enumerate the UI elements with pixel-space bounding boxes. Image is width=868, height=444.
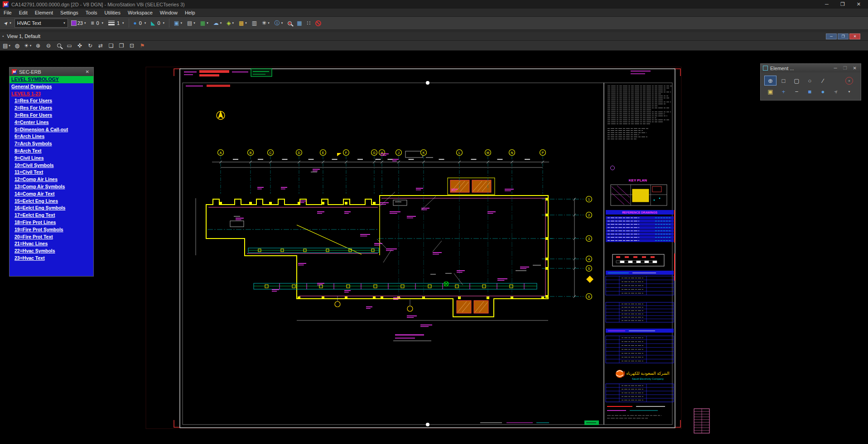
level-row[interactable]: 6=Arch Lines <box>10 133 93 140</box>
view-minimize-button[interactable]: ─ <box>826 33 837 39</box>
menu-item[interactable]: Window <box>156 9 181 16</box>
snaps-button[interactable]: ∷ <box>305 18 313 28</box>
fit-view-icon <box>57 43 61 48</box>
select-shape-icon[interactable]: ▢ <box>791 76 803 86</box>
menu-item[interactable]: Settings <box>57 9 82 16</box>
microstation-icon: M <box>12 69 17 74</box>
cascade-views-button[interactable]: ❐ <box>117 41 126 50</box>
level-row[interactable]: 8=Arch Text <box>10 148 93 155</box>
menu-item[interactable]: Utilities <box>101 9 124 16</box>
element-template-tool[interactable]: ➤▾ <box>2 18 13 28</box>
level-row[interactable]: LEVELS 1-23 <box>10 91 93 98</box>
cells-button[interactable]: ✳▾ <box>260 18 271 28</box>
level-row[interactable]: 3=Res For Users <box>10 112 93 119</box>
level-row[interactable]: 17=Eelct Eng Text <box>10 212 93 219</box>
minimize-icon[interactable]: ─ <box>832 66 839 71</box>
level-row[interactable]: 21=Hvac Lines <box>10 240 93 248</box>
level-row[interactable]: 23=Hvac Text <box>10 255 93 262</box>
view-attributes-button[interactable]: ◍ <box>13 41 22 50</box>
priority-control[interactable]: ◣ 0 ▾ <box>149 18 166 28</box>
select-add-mode-icon[interactable]: + <box>777 86 790 96</box>
minimize-icon[interactable]: ─ <box>825 1 829 7</box>
view-close-button[interactable]: ✕ <box>849 33 860 39</box>
level-row[interactable]: 13=Comp Air Symbols <box>10 183 93 191</box>
accudraw-grid-button[interactable]: ▦ <box>295 18 304 28</box>
level-row[interactable]: 9=Civil Lines <box>10 155 93 162</box>
level-row[interactable]: 16=Eelct Eng Symbols <box>10 205 93 212</box>
transparency-control[interactable]: ● 0 ▾ <box>132 18 148 28</box>
view-window-controls: ─ ❐ ✕ <box>826 33 866 39</box>
level-row[interactable]: 18=Fire Prot Lines <box>10 219 93 226</box>
select-subtract-mode-icon[interactable]: − <box>791 86 803 96</box>
fit-view-button[interactable] <box>54 41 63 50</box>
close-icon[interactable]: ✕ <box>851 66 858 71</box>
select-block-icon[interactable]: □ <box>777 76 790 86</box>
delete-element-button[interactable] <box>313 18 323 28</box>
menu-item[interactable]: Tools <box>82 9 101 16</box>
restore-icon[interactable]: ❐ <box>841 66 849 71</box>
menu-item[interactable]: Edit <box>15 9 31 16</box>
select-new-mode-icon[interactable]: ▣ <box>764 86 776 96</box>
window-area-button[interactable]: ▭ <box>65 41 74 50</box>
render-mode-button[interactable]: ⚑ <box>138 41 147 50</box>
close-icon[interactable]: ✕ <box>857 1 861 7</box>
point-cloud-button[interactable]: ▩▾ <box>237 18 249 28</box>
level-row[interactable]: 1=Res For Users <box>10 97 93 105</box>
select-circle-icon[interactable]: ○ <box>804 76 816 86</box>
zoom-in-button[interactable]: ⊕ <box>34 41 43 50</box>
panel-titlebar[interactable]: M SEC-ERB ✕ <box>10 67 93 76</box>
panel-titlebar[interactable]: Element ... ─ ❐ ✕ <box>761 64 861 72</box>
level-row[interactable]: 10=Civil Symbols <box>10 162 93 169</box>
menu-item[interactable]: Help <box>181 9 199 16</box>
level-row-empty[interactable] <box>10 269 93 277</box>
fence-tools-button[interactable]: ▣▾ <box>172 18 184 28</box>
zoom-out-button[interactable]: ⊖ <box>44 41 53 50</box>
menu-item[interactable]: Element <box>31 9 57 16</box>
active-line-weight-control[interactable]: 1 ▾ <box>106 18 126 28</box>
level-row-empty[interactable] <box>10 262 93 269</box>
references-button[interactable]: ☁▾ <box>212 18 224 28</box>
view-restore-button[interactable]: ❐ <box>838 33 849 39</box>
level-row[interactable]: LEVEL SYMBOLOGY <box>10 76 93 83</box>
level-row[interactable]: 2=Res For Users <box>10 105 93 112</box>
models-button[interactable]: ▥ <box>250 18 259 28</box>
expand-chevron-icon[interactable]: ▾ <box>843 86 855 96</box>
active-color-control[interactable]: 23 ▾ <box>69 18 88 28</box>
level-row[interactable]: General Drawings <box>10 83 93 91</box>
view-display-mode-button[interactable]: ▤▾ <box>2 41 11 50</box>
level-row[interactable]: 20=Fire Prot Text <box>10 234 93 241</box>
menu-item[interactable]: File <box>0 9 15 16</box>
level-row[interactable]: 15=Eelct Eng Lines <box>10 198 93 205</box>
copy-view-button[interactable]: ❏ <box>106 41 116 50</box>
select-sphere-mode-icon[interactable]: ● <box>817 86 829 96</box>
level-row[interactable]: 7=Arch Symbols <box>10 140 93 148</box>
level-row[interactable]: 22=Hvac Symbols <box>10 248 93 255</box>
select-fill-mode-icon[interactable]: ■ <box>804 86 816 96</box>
find-replace-button[interactable] <box>286 18 294 28</box>
level-row[interactable]: 19=Fire Prot Symbols <box>10 226 93 234</box>
sheet-grid-button[interactable]: ▦▾ <box>198 18 210 28</box>
select-individual-icon[interactable]: ⊕ <box>764 76 776 86</box>
clip-volume-button[interactable]: ⊡ <box>127 41 136 50</box>
view-previous-button[interactable]: ⇄ <box>96 41 105 50</box>
maximize-icon[interactable]: ❐ <box>840 1 845 7</box>
raster-manager-button[interactable]: ◈▾ <box>225 18 236 28</box>
level-row[interactable]: 11=Civil Text <box>10 169 93 176</box>
rotate-view-button[interactable]: ↻ <box>86 41 95 50</box>
active-style-combo[interactable]: HVAC Text ▾ <box>14 19 68 28</box>
level-row[interactable]: 4=Center Lines <box>10 119 93 126</box>
close-icon[interactable]: ✕ <box>84 69 91 74</box>
drawing-scale-button[interactable]: ▤▾ <box>185 18 197 28</box>
pan-view-button[interactable]: ✜ <box>75 41 84 50</box>
drawing-canvas[interactable]: KEY PLAN REFERENCE DRAWINGS <box>0 51 868 444</box>
menu-item[interactable]: Workspace <box>124 9 156 16</box>
level-row[interactable]: 12=Comp Air Lines <box>10 176 93 183</box>
active-line-style-control[interactable]: ≡ 0 ▾ <box>89 18 106 28</box>
element-info-button[interactable]: ⓘ▾ <box>273 18 285 28</box>
select-line-icon[interactable]: ∕ <box>817 76 829 86</box>
view-window-titlebar[interactable]: ▪ View 1, Default ─ ❐ ✕ <box>0 32 868 41</box>
level-row[interactable]: 5=Dimension & Call-out <box>10 126 93 134</box>
accudraw-grid-icon: ▦ <box>297 20 302 26</box>
level-row[interactable]: 14=Comp Air Text <box>10 191 93 198</box>
adjust-brightness-button[interactable]: ☀▾ <box>23 41 32 50</box>
